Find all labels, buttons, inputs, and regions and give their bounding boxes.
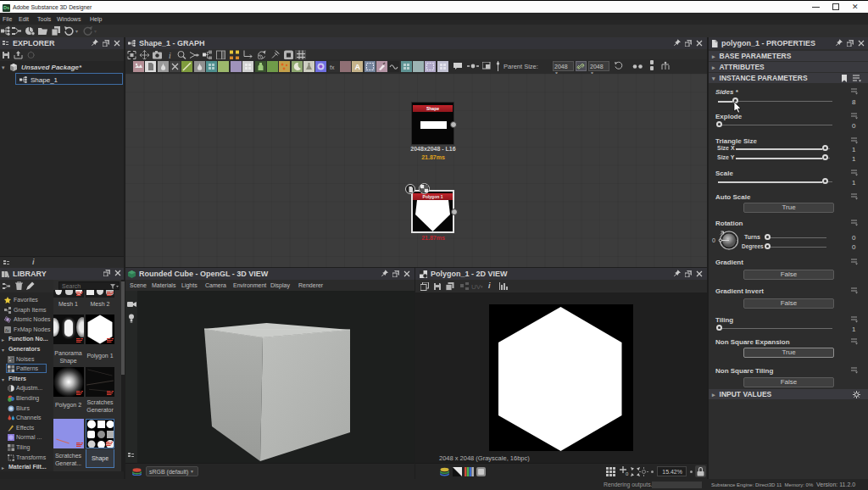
svg-text:▾: ▾ [481, 284, 483, 289]
svg-text:0: 0 [626, 471, 629, 476]
svg-text:UV: UV [471, 283, 481, 291]
svg-text:fx: fx [330, 64, 335, 70]
svg-text:i: i [169, 51, 171, 60]
svg-text:A: A [355, 63, 361, 71]
